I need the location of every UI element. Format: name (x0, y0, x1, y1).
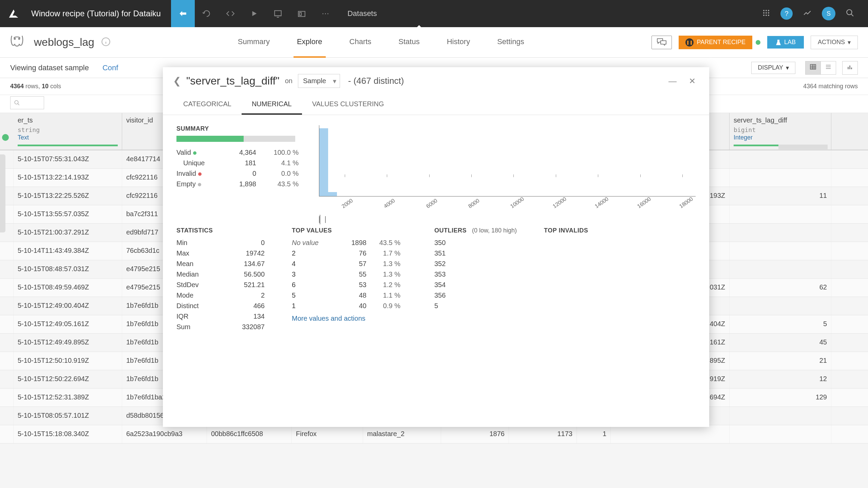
chart-view-button[interactable] (842, 61, 858, 75)
col-type: bigint (734, 126, 827, 133)
close-button[interactable]: ✕ (685, 76, 699, 86)
configure-sample-link[interactable]: Conf (102, 63, 118, 72)
outliers-subtitle: (0 low, 180 high) (472, 227, 517, 234)
apps-icon[interactable] (762, 9, 770, 18)
dataset-header: weblogs_lag Summary Explore Charts Statu… (0, 27, 868, 58)
column-search-input[interactable] (10, 96, 44, 109)
col-meaning: Integer (734, 134, 827, 141)
tab-history[interactable]: History (444, 27, 473, 58)
svg-rect-17 (848, 67, 849, 69)
tab-numerical[interactable]: NUMERICAL (242, 95, 302, 115)
svg-point-14 (19, 38, 20, 39)
column-analysis-modal: ❮ "server_ts_lag_diff" on Sample - (467 … (163, 67, 709, 427)
activity-icon[interactable] (803, 8, 812, 19)
display-button[interactable]: DISPLAY ▾ (751, 62, 795, 74)
svg-point-4 (766, 10, 767, 11)
play-icon[interactable] (242, 0, 266, 27)
code-icon[interactable] (219, 0, 242, 27)
actions-button[interactable]: ACTIONS ▾ (811, 36, 858, 49)
flow-icon[interactable] (171, 0, 195, 27)
tab-charts[interactable]: Charts (346, 27, 375, 58)
svg-point-10 (766, 15, 767, 16)
svg-point-12 (847, 10, 852, 15)
range-slider[interactable] (319, 216, 326, 223)
user-avatar[interactable]: S (822, 7, 835, 20)
col-name: er_ts (18, 116, 118, 124)
dataset-tabs: Summary Explore Charts Status History Se… (111, 27, 652, 58)
tab-summary[interactable]: Summary (234, 27, 273, 58)
svg-point-3 (763, 10, 765, 11)
svg-point-13 (14, 38, 15, 39)
dataset-name: weblogs_lag (34, 36, 101, 49)
svg-point-8 (768, 12, 769, 14)
svg-point-9 (763, 15, 765, 16)
table-view-button[interactable] (805, 61, 821, 75)
project-name[interactable]: Window recipe (Tutorial) for Dataiku (27, 9, 171, 18)
chevron-down-icon: ▾ (786, 64, 789, 72)
more-values-link[interactable]: More values and actions (292, 315, 407, 322)
info-icon[interactable] (101, 37, 111, 48)
svg-point-5 (768, 10, 769, 11)
sample-select[interactable]: Sample (298, 74, 340, 88)
svg-point-6 (763, 12, 765, 14)
discussion-button[interactable] (652, 36, 672, 49)
outliers-title: OUTLIERS (434, 227, 467, 234)
view-mode-buttons (806, 61, 858, 75)
validity-bar (176, 136, 295, 142)
tab-status[interactable]: Status (395, 27, 423, 58)
svg-rect-16 (810, 64, 816, 69)
rows-label: rows, (24, 83, 42, 90)
viewing-label: Viewing dataset sample (10, 63, 89, 72)
col-type: string (18, 126, 118, 133)
postgres-icon (0, 34, 34, 51)
distribution-histogram[interactable]: 2000400060008000100001200014000160001800… (319, 125, 696, 217)
back-button[interactable]: ❮ (173, 75, 181, 87)
cols-label: cols (49, 83, 61, 90)
datasets-breadcrumb[interactable]: Datasets (347, 9, 377, 18)
col-meaning: Text (18, 134, 118, 141)
svg-point-11 (768, 15, 769, 16)
svg-rect-0 (275, 11, 281, 16)
display-label: DISPLAY (758, 64, 783, 71)
lab-button[interactable]: LAB (767, 36, 804, 49)
svg-rect-2 (299, 13, 301, 16)
list-view-button[interactable] (820, 61, 836, 75)
dataiku-logo[interactable] (0, 0, 27, 27)
tab-values-clustering[interactable]: VALUES CLUSTERING (302, 95, 394, 115)
chevron-down-icon: ▾ (848, 39, 851, 46)
topbar: Window recipe (Tutorial) for Dataiku ⋯ D… (0, 0, 868, 27)
tab-settings[interactable]: Settings (494, 27, 528, 58)
parent-recipe-label: PARENT RECIPE (697, 39, 746, 46)
search-icon[interactable] (846, 8, 854, 19)
more-icon[interactable]: ⋯ (314, 0, 337, 27)
tab-explore[interactable]: Explore (294, 27, 326, 58)
help-icon[interactable]: ? (780, 7, 793, 20)
table-row[interactable]: 5-10-15T15:18:08.340Z 6a2523a190cb9a3 00… (0, 425, 868, 444)
svg-rect-18 (849, 65, 850, 69)
cycle-icon[interactable] (195, 0, 219, 27)
svg-point-20 (15, 100, 18, 104)
svg-rect-19 (851, 68, 852, 69)
matching-rows: 4364 matching rows (803, 83, 858, 90)
folder-icon[interactable] (290, 0, 314, 27)
tab-categorical[interactable]: CATEGORICAL (173, 95, 242, 115)
cols-count: 10 (42, 83, 49, 90)
col-name: server_ts_lag_diff (734, 116, 827, 124)
lab-label: LAB (784, 39, 796, 46)
topinvalids-title: TOP INVALIDS (544, 227, 632, 234)
minimize-button[interactable]: — (665, 76, 680, 86)
column-header-server-ts[interactable]: er_ts string Text (14, 113, 122, 150)
on-label: on (285, 77, 293, 85)
distinct-label: - (467 distinct) (348, 76, 404, 86)
column-header-server-ts-lag-diff[interactable]: server_ts_lag_diff bigint Integer (730, 113, 831, 150)
actions-label: ACTIONS (818, 39, 845, 46)
side-panel-handle[interactable] (0, 154, 5, 232)
parent-recipe-button[interactable]: ❚❚ PARENT RECIPE (679, 36, 752, 49)
dashboard-icon[interactable] (266, 0, 290, 27)
sample-status-dot (2, 134, 9, 141)
rows-count: 4364 (10, 83, 24, 90)
analysis-tabs: CATEGORICAL NUMERICAL VALUES CLUSTERING (163, 95, 709, 115)
breadcrumb-indicator (416, 25, 422, 29)
modal-column-name: "server_ts_lag_diff" (186, 75, 280, 87)
topvalues-title: TOP VALUES (292, 227, 407, 234)
